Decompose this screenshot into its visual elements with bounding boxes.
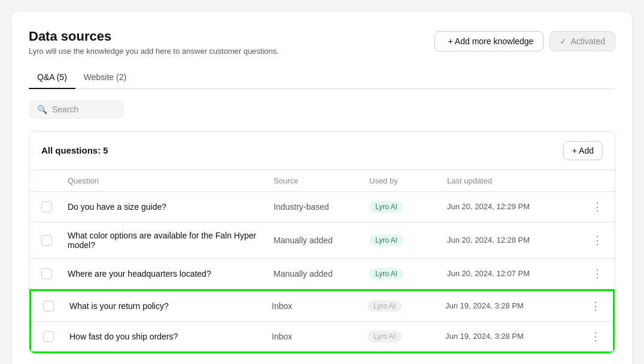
row-used-by: Lyro AI bbox=[367, 331, 445, 342]
more-options-icon[interactable]: ⋮ bbox=[577, 330, 601, 343]
row-used-by: Lyro AI bbox=[369, 268, 447, 280]
page-title: Data sources bbox=[29, 29, 279, 44]
row-date: Jun 20, 2024, 12:28 PM bbox=[447, 235, 579, 244]
more-options-icon[interactable]: ⋮ bbox=[579, 200, 603, 213]
row-source: Industry-based bbox=[274, 202, 369, 212]
row-date: Jun 20, 2024, 12:29 PM bbox=[447, 202, 579, 211]
row-date: Jun 19, 2024, 3:28 PM bbox=[445, 332, 577, 341]
row-date: Jun 20, 2024, 12:07 PM bbox=[447, 269, 579, 278]
row-question: What color options are available for the… bbox=[68, 231, 274, 250]
row-question: How fast do you ship orders? bbox=[69, 332, 272, 341]
row-checkbox-cell bbox=[41, 235, 68, 246]
add-knowledge-button[interactable]: + Add more knowledge bbox=[435, 31, 544, 51]
add-label: + Add bbox=[572, 146, 594, 155]
row-checkbox-cell bbox=[41, 268, 68, 279]
header-left: Data sources Lyro will use the knowledge… bbox=[29, 29, 279, 56]
col-used-by: Used by bbox=[369, 176, 447, 185]
tab-website[interactable]: Website (2) bbox=[75, 66, 135, 89]
row-source: Manually added bbox=[274, 269, 369, 279]
col-source: Source bbox=[274, 176, 369, 185]
table-row: What color options are available for the… bbox=[29, 222, 615, 259]
lyro-badge: Lyro AI bbox=[369, 234, 403, 246]
table-column-headers: Question Source Used by Last updated bbox=[29, 170, 615, 192]
row-checkbox[interactable] bbox=[41, 235, 52, 246]
table-row: Do you have a size guide? Industry-based… bbox=[29, 192, 615, 222]
questions-table: All questions: 5 + Add Question Source U… bbox=[29, 131, 615, 354]
lyro-badge: Lyro AI bbox=[367, 331, 402, 342]
tabs-bar: Q&A (5) Website (2) bbox=[29, 66, 615, 89]
activated-button: ✓ Activated bbox=[549, 31, 615, 51]
lyro-badge: Lyro AI bbox=[369, 268, 403, 280]
more-options-icon[interactable]: ⋮ bbox=[577, 299, 601, 313]
tab-qa[interactable]: Q&A (5) bbox=[29, 66, 75, 89]
check-icon: ✓ bbox=[560, 36, 567, 46]
highlighted-rows-group: What is your return policy? Inbox Lyro A… bbox=[29, 289, 615, 353]
add-knowledge-label: + Add more knowledge bbox=[448, 36, 534, 46]
row-checkbox-cell bbox=[43, 301, 69, 311]
col-actions bbox=[579, 176, 603, 185]
row-question: Do you have a size guide? bbox=[68, 202, 274, 212]
row-checkbox-cell bbox=[41, 201, 68, 212]
add-button[interactable]: + Add bbox=[563, 141, 603, 160]
row-question: What is your return policy? bbox=[69, 301, 272, 311]
col-question: Question bbox=[68, 176, 274, 185]
page-header: Data sources Lyro will use the knowledge… bbox=[29, 29, 615, 56]
row-checkbox[interactable] bbox=[43, 301, 54, 311]
table-header-bar: All questions: 5 + Add bbox=[29, 131, 615, 170]
search-bar[interactable]: 🔍 bbox=[29, 100, 124, 119]
search-icon: 🔍 bbox=[37, 105, 47, 114]
row-used-by: Lyro AI bbox=[369, 201, 447, 213]
row-checkbox[interactable] bbox=[43, 331, 54, 342]
table-row: What is your return policy? Inbox Lyro A… bbox=[31, 291, 613, 322]
header-actions: + Add more knowledge ✓ Activated bbox=[435, 31, 615, 51]
all-questions-label: All questions: 5 bbox=[41, 145, 108, 155]
row-checkbox[interactable] bbox=[41, 268, 52, 279]
lyro-badge: Lyro AI bbox=[367, 300, 402, 312]
row-question: Where are your headquarters located? bbox=[68, 269, 274, 279]
row-checkbox-cell bbox=[43, 331, 69, 342]
col-last-updated: Last updated bbox=[447, 176, 579, 185]
page-subtitle: Lyro will use the knowledge you add here… bbox=[29, 47, 279, 56]
more-options-icon[interactable]: ⋮ bbox=[579, 267, 603, 280]
lyro-badge: Lyro AI bbox=[369, 201, 403, 213]
row-used-by: Lyro AI bbox=[367, 300, 445, 312]
table-row: How fast do you ship orders? Inbox Lyro … bbox=[31, 322, 613, 351]
row-date: Jun 19, 2024, 3:28 PM bbox=[445, 301, 577, 310]
row-source: Inbox bbox=[272, 301, 367, 311]
table-row: Where are your headquarters located? Man… bbox=[29, 259, 615, 289]
checkbox-col-header bbox=[41, 176, 68, 185]
row-source: Manually added bbox=[274, 235, 369, 245]
row-source: Inbox bbox=[272, 332, 367, 341]
row-used-by: Lyro AI bbox=[369, 234, 447, 246]
more-options-icon[interactable]: ⋮ bbox=[579, 234, 603, 247]
row-checkbox[interactable] bbox=[41, 201, 52, 212]
activated-label: Activated bbox=[570, 36, 605, 46]
search-input[interactable] bbox=[52, 105, 116, 114]
page-container: Data sources Lyro will use the knowledge… bbox=[12, 12, 632, 364]
